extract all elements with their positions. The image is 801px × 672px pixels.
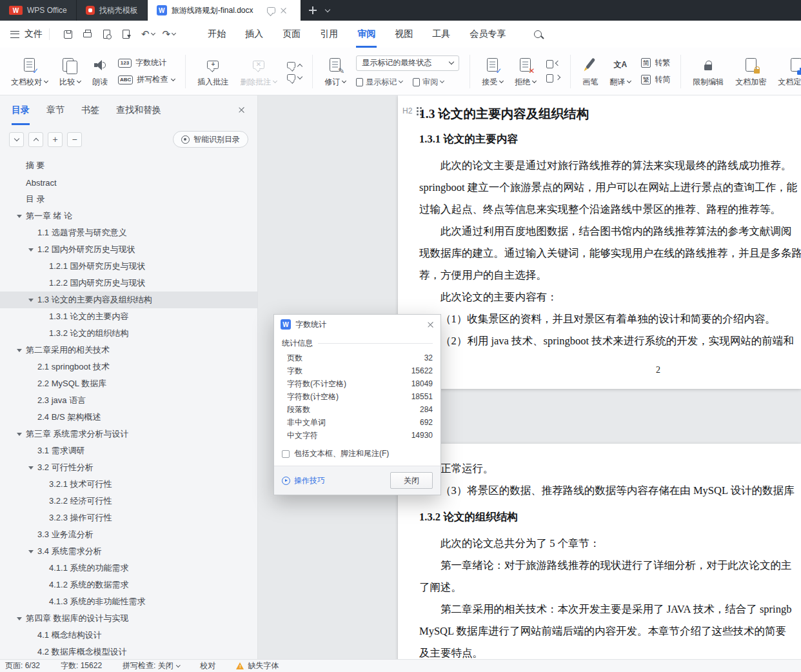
drag-dots-icon[interactable] — [417, 106, 422, 115]
zoom-out-button[interactable]: − — [67, 132, 82, 147]
spellcheck-status[interactable]: 拼写检查: 关闭 — [123, 660, 179, 671]
zoom-in-button[interactable]: + — [48, 132, 63, 147]
previous-change-button[interactable] — [546, 60, 560, 68]
compare-button[interactable]: 比较 — [54, 51, 86, 92]
sidebar-tab-章节[interactable]: 章节 — [46, 95, 64, 125]
show-markup-button[interactable]: 显示标记 — [356, 77, 402, 88]
document-page-1[interactable]: H2 1.3 论文的主要内容及组织结构1.3.1 论文的主要内容此次的论文主要是… — [398, 95, 801, 389]
search-icon[interactable] — [534, 30, 542, 38]
toc-item[interactable]: 3.2 可行性分析 — [0, 459, 257, 476]
toc-item[interactable]: 3.4 系统需求分析 — [0, 543, 257, 560]
toc-item[interactable]: Abstract — [0, 174, 257, 191]
toc-item[interactable]: 第三章 系统需求分析与设计 — [0, 426, 257, 442]
menu-item-会员专享[interactable]: 会员专享 — [470, 21, 506, 48]
toc-item[interactable]: 1.2.2 国内研究历史与现状 — [0, 275, 257, 292]
toc-item[interactable]: 1.2.1 国外研究历史与现状 — [0, 258, 257, 275]
undo-button[interactable]: ↶ — [141, 28, 155, 40]
toc-item[interactable]: 1.3 论文的主要内容及组织结构 — [0, 292, 257, 308]
menu-item-引用[interactable]: 引用 — [320, 21, 338, 48]
document-page-2[interactable]: 正常运行。（3）将景区的数据、推荐路线的数据等内容存储在由 MySQL 设计的数… — [398, 444, 801, 659]
word-count-indicator[interactable]: 字数: 15622 — [61, 660, 102, 671]
expand-arrow-icon[interactable] — [28, 299, 34, 302]
include-footnotes-checkbox[interactable]: 包括文本框、脚注和尾注(F) — [282, 448, 433, 459]
toc-item[interactable]: 3.2.3 操作可行性 — [0, 509, 257, 526]
close-tab-icon[interactable] — [280, 7, 287, 14]
dialog-close-icon[interactable] — [427, 321, 434, 328]
expand-arrow-icon[interactable] — [28, 550, 34, 553]
next-change-button[interactable] — [546, 74, 560, 83]
toc-item[interactable]: 目 录 — [0, 191, 257, 208]
toc-item[interactable]: 2.2 MySQL 数据库 — [0, 375, 257, 392]
sidebar-tab-书签[interactable]: 书签 — [81, 95, 99, 125]
pen-button[interactable]: 画笔 — [577, 51, 604, 92]
tab-document[interactable]: W 旅游线路规划-final.docx — [148, 0, 301, 21]
menu-item-视图[interactable]: 视图 — [395, 21, 413, 48]
toc-item[interactable]: 第四章 数据库的设计与实现 — [0, 610, 257, 627]
sidebar-tab-查找和替换[interactable]: 查找和替换 — [116, 95, 161, 125]
accept-change-button[interactable]: ✓ 接受 — [476, 51, 509, 92]
insert-comment-button[interactable]: + 插入批注 — [192, 51, 234, 92]
close-button[interactable]: 关闭 — [390, 472, 433, 489]
tips-link[interactable]: 操作技巧 — [282, 475, 325, 486]
tab-wps-office[interactable]: W WPS Office — [0, 0, 77, 21]
expand-arrow-icon[interactable] — [28, 248, 34, 252]
menu-item-页面[interactable]: 页面 — [282, 21, 301, 48]
page-indicator[interactable]: 页面: 6/32 — [5, 660, 40, 671]
toc-item[interactable]: 2.1 springboot 技术 — [0, 359, 257, 375]
page-2-text[interactable]: 正常运行。（3）将景区的数据、推荐路线的数据等内容存储在由 MySQL 设计的数… — [398, 444, 801, 659]
expand-arrow-icon[interactable] — [17, 215, 22, 218]
review-pane-button[interactable]: 审阅 — [413, 77, 444, 88]
previous-comment-button[interactable] — [287, 62, 302, 68]
toc-item[interactable]: 3.2.2 经济可行性 — [0, 493, 257, 509]
markup-state-dropdown[interactable]: 显示标记的最终状态 — [356, 55, 459, 71]
spell-check-button[interactable]: ABC 拼写检查 — [118, 74, 175, 85]
collapse-all-button[interactable] — [9, 132, 24, 147]
delete-comment-button[interactable]: ✕ 删除批注 — [234, 51, 282, 92]
undo-chevron-icon[interactable] — [151, 31, 155, 35]
restrict-editing-button[interactable]: 限制编辑 — [687, 51, 729, 92]
redo-chevron-icon[interactable] — [172, 31, 176, 35]
proofing-button[interactable]: 校对 — [200, 660, 215, 671]
to-traditional-button[interactable]: 简 转繁 — [641, 57, 670, 68]
expand-arrow-icon[interactable] — [17, 617, 22, 620]
checkbox-icon[interactable] — [282, 450, 290, 458]
expand-arrow-icon[interactable] — [17, 433, 22, 436]
page-1-text[interactable]: 1.3 论文的主要内容及组织结构1.3.1 论文的主要内容此次的论文主要是通过对… — [398, 95, 801, 352]
finalize-document-button[interactable]: 文档定稿 — [772, 51, 801, 92]
tab-template[interactable]: 找稿壳模板 — [77, 0, 148, 21]
export-button[interactable] — [118, 26, 134, 43]
toc-item[interactable]: 3.2.1 技术可行性 — [0, 476, 257, 493]
sidebar-tab-目录[interactable]: 目录 — [12, 95, 30, 125]
toc-item[interactable]: 2.4 B/S 架构概述 — [0, 409, 257, 426]
menu-item-审阅[interactable]: 审阅 — [357, 21, 375, 48]
file-menu-button[interactable]: 文件 — [10, 28, 43, 40]
expand-arrow-icon[interactable] — [28, 466, 34, 469]
tab-list-chevron-icon[interactable] — [325, 6, 330, 12]
print-button[interactable] — [79, 26, 95, 43]
missing-font-warning[interactable]: ! 缺失字体 — [236, 660, 279, 671]
dialog-titlebar[interactable]: W 字数统计 — [274, 315, 440, 334]
smart-toc-button[interactable]: 智能识别目录 — [173, 131, 248, 148]
toc-item[interactable]: 1.2 国内外研究历史与现状 — [0, 241, 257, 258]
toc-item[interactable]: 4.1.1 系统的功能需求 — [0, 560, 257, 577]
toc-item[interactable]: 2.3 java 语言 — [0, 392, 257, 409]
track-changes-button[interactable]: ✎ 修订 — [319, 51, 351, 92]
heading-drag-handle[interactable]: H2 — [402, 106, 422, 115]
translate-button[interactable]: 文A 翻译 — [604, 51, 637, 92]
doc-proofing-button[interactable]: ✓ 文档校对 — [5, 51, 54, 92]
toc-item[interactable]: 1.1 选题背景与研究意义 — [0, 224, 257, 241]
menu-item-开始[interactable]: 开始 — [208, 21, 226, 48]
to-simplified-button[interactable]: 繁 转简 — [641, 74, 670, 85]
toc-item[interactable]: 1.3.1 论文的主要内容 — [0, 308, 257, 325]
encrypt-document-button[interactable]: 文档加密 — [729, 51, 772, 92]
toc-item[interactable]: 4.1 概念结构设计 — [0, 627, 257, 644]
toc-item[interactable]: 第二章采用的相关技术 — [0, 342, 257, 359]
redo-button[interactable]: ↷ — [163, 28, 176, 40]
menu-item-工具[interactable]: 工具 — [432, 21, 450, 48]
reject-change-button[interactable]: ✕ 拒绝 — [509, 51, 542, 92]
toc-item[interactable]: 3.3 业务流分析 — [0, 526, 257, 543]
toc-item[interactable]: 4.2 数据库概念模型设计 — [0, 644, 257, 659]
print-preview-button[interactable] — [99, 26, 114, 43]
save-button[interactable] — [60, 26, 75, 43]
toc-item[interactable]: 3.1 需求调研 — [0, 442, 257, 459]
